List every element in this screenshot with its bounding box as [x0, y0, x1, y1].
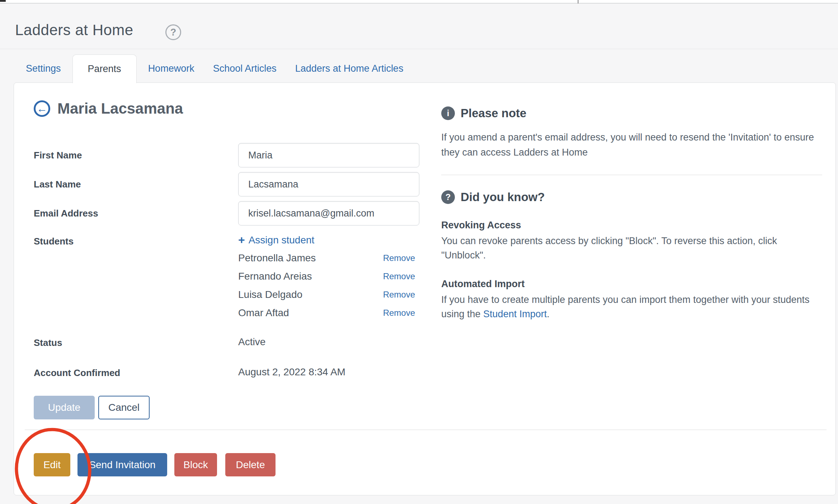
- parent-heading: ← Maria Lacsamana: [34, 100, 436, 117]
- tab-ladders-at-home-articles[interactable]: Ladders at Home Articles: [286, 54, 413, 83]
- please-note-title: Please note: [461, 106, 526, 120]
- automated-import-title: Automated Import: [441, 279, 823, 290]
- status-row: Status Active: [34, 335, 436, 350]
- tab-homework[interactable]: Homework: [139, 54, 204, 83]
- last-name-row: Last Name: [34, 172, 436, 196]
- send-invitation-button[interactable]: Send Invitation: [77, 453, 167, 476]
- remove-student-link[interactable]: Remove: [383, 271, 415, 281]
- please-note-heading: i Please note: [441, 106, 823, 120]
- tab-bar: Settings Parents Homework School Article…: [17, 54, 413, 83]
- update-button[interactable]: Update: [34, 396, 95, 419]
- student-name: Fernando Areias: [238, 271, 312, 282]
- student-name: Petronella James: [238, 252, 316, 264]
- back-icon[interactable]: ←: [34, 100, 50, 117]
- student-row: Omar Aftad Remove: [238, 306, 415, 320]
- student-row: Luisa Delgado Remove: [238, 287, 415, 301]
- revoking-access-title: Revoking Access: [441, 220, 823, 231]
- students-row: Students + Assign student Petronella Jam…: [34, 233, 436, 320]
- block-button[interactable]: Block: [174, 453, 217, 476]
- record-actions-row: Edit Send Invitation Block Delete: [34, 453, 436, 476]
- first-name-field[interactable]: [238, 143, 419, 167]
- did-you-know-title: Did you know?: [461, 190, 545, 204]
- revoking-access-body: You can revoke parents access by clickin…: [441, 234, 823, 263]
- tab-parents[interactable]: Parents: [72, 54, 137, 83]
- assign-student-link[interactable]: + Assign student: [238, 233, 314, 247]
- please-note-body: If you amend a parent's email address, y…: [441, 130, 823, 160]
- remove-student-link[interactable]: Remove: [383, 253, 415, 263]
- email-field[interactable]: [238, 201, 419, 225]
- student-import-link[interactable]: Student Import: [483, 309, 547, 319]
- account-confirmed-row: Account Confirmed August 2, 2022 8:34 AM: [34, 365, 436, 380]
- page-title: Ladders at Home: [15, 22, 133, 39]
- account-confirmed-value: August 2, 2022 8:34 AM: [238, 365, 436, 379]
- students-label: Students: [34, 233, 238, 320]
- top-left-corner-mark: [0, 0, 6, 2]
- top-browser-strip: [0, 0, 838, 4]
- page-header: Ladders at Home ?: [0, 4, 838, 49]
- did-you-know-heading: ? Did you know?: [441, 190, 823, 204]
- parent-form: First Name Last Name Email Address Stude…: [34, 143, 436, 476]
- assign-student-label: Assign student: [249, 234, 315, 246]
- first-name-label: First Name: [34, 143, 238, 167]
- delete-button[interactable]: Delete: [225, 453, 276, 476]
- tab-school-articles[interactable]: School Articles: [204, 54, 286, 83]
- automated-import-suffix: .: [547, 309, 550, 319]
- last-name-label: Last Name: [34, 172, 238, 196]
- info-icon: i: [441, 106, 455, 120]
- last-name-field[interactable]: [238, 172, 419, 196]
- student-row: Petronella James Remove: [238, 251, 415, 265]
- account-confirmed-label: Account Confirmed: [34, 365, 238, 380]
- edit-button[interactable]: Edit: [34, 453, 70, 476]
- automated-import-body: If you have to create multiple parents y…: [441, 293, 823, 322]
- first-name-row: First Name: [34, 143, 436, 167]
- parent-name: Maria Lacsamana: [57, 100, 183, 117]
- status-label: Status: [34, 335, 238, 350]
- student-row: Fernando Areias Remove: [238, 269, 415, 283]
- help-icon[interactable]: ?: [165, 24, 181, 40]
- sidebar-divider: [441, 175, 822, 175]
- email-row: Email Address: [34, 201, 436, 225]
- student-name: Luisa Delgado: [238, 289, 302, 300]
- section-divider: [25, 429, 827, 430]
- form-submit-row: Update Cancel: [34, 396, 436, 419]
- cancel-button[interactable]: Cancel: [98, 396, 150, 419]
- question-icon: ?: [441, 190, 455, 204]
- status-value: Active: [238, 335, 436, 349]
- student-name: Omar Aftad: [238, 307, 289, 319]
- parent-detail-card: ← Maria Lacsamana First Name Last Name E…: [14, 82, 836, 495]
- remove-student-link[interactable]: Remove: [383, 290, 415, 300]
- info-sidebar: i Please note If you amend a parent's em…: [441, 106, 823, 322]
- top-tab-separator: [578, 0, 579, 4]
- email-label: Email Address: [34, 201, 238, 225]
- plus-icon: +: [238, 233, 245, 247]
- remove-student-link[interactable]: Remove: [383, 308, 415, 318]
- tab-settings[interactable]: Settings: [17, 54, 70, 83]
